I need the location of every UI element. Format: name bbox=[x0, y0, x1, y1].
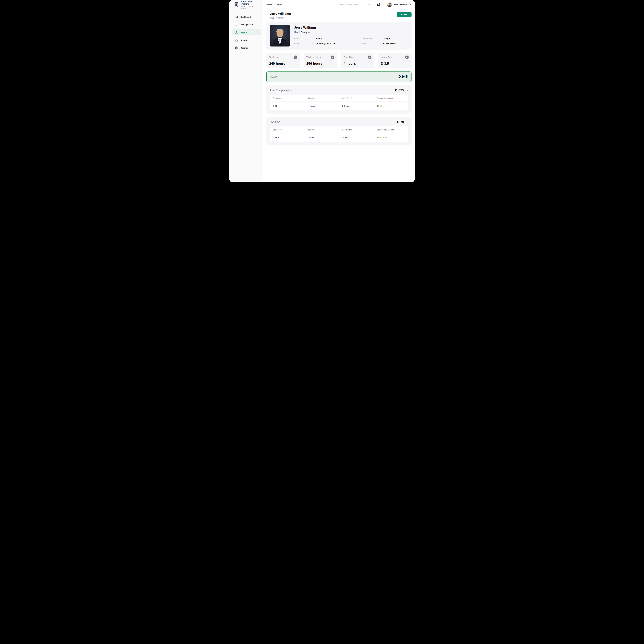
chevron-right-icon bbox=[273, 4, 274, 5]
table-cell: 1 hours bbox=[304, 133, 339, 142]
table-cell: 3.5 x 2 x 10 bbox=[374, 133, 408, 142]
clock-icon bbox=[368, 56, 371, 59]
dashboard-icon bbox=[235, 16, 238, 19]
field-label-phone: Phone bbox=[361, 43, 383, 45]
employee-id: EMP: #123456 bbox=[270, 17, 412, 19]
stat-value: 250 hours bbox=[306, 62, 334, 66]
sidebar-item-label: Manage Staff bbox=[240, 24, 253, 26]
compensation-table: Comp/Hour Hours/wk Hours/Month Comp x Ho… bbox=[270, 95, 408, 111]
clock-icon bbox=[294, 56, 297, 59]
brand-subtitle: Home of Computer Solutions bbox=[241, 6, 260, 9]
sidebar: Dashboard Manage Staff Payroll bbox=[229, 9, 263, 182]
brand-title: K.M.C Smart Tracking bbox=[241, 0, 260, 5]
field-value-status: Active bbox=[316, 38, 361, 40]
export-button[interactable]: Export bbox=[397, 12, 412, 17]
sidebar-item-settings[interactable]: Settings bbox=[232, 45, 261, 51]
search-box bbox=[337, 2, 373, 7]
breadcrumb-current[interactable]: Payroll bbox=[276, 4, 282, 6]
stat-card-over-time: Over Time 4 hours bbox=[341, 53, 374, 68]
brand-logo-icon bbox=[234, 2, 239, 7]
manage-staff-icon bbox=[235, 23, 238, 26]
settings-icon bbox=[235, 46, 238, 49]
table-header: Hours/wk bbox=[304, 95, 339, 101]
section-amount: D 70 bbox=[397, 120, 404, 124]
table-header: Comp x Hours/Month bbox=[374, 95, 408, 101]
table-row: D 3.5 40 hours 240 hours 3.5 x 240 bbox=[270, 101, 408, 111]
stat-label: Hourly Rate bbox=[381, 56, 392, 59]
table-row: D 3.5 x 2 1 hours 10 hours 3.5 x 2 x 10 bbox=[270, 133, 408, 142]
sidebar-item-label: Reports bbox=[240, 39, 248, 41]
sidebar-item-label: Dashboard bbox=[240, 16, 251, 18]
sidebar-item-manage-staff[interactable]: Manage Staff bbox=[232, 22, 261, 28]
field-value-phone: +1 234 23456 bbox=[383, 43, 406, 45]
user-name[interactable]: Jerry Williams bbox=[394, 4, 407, 6]
sidebar-item-reports[interactable]: Reports bbox=[232, 37, 261, 43]
table-cell: 10 hours bbox=[339, 133, 374, 142]
check-icon bbox=[331, 56, 334, 59]
sidebar-item-dashboard[interactable]: Dashboard bbox=[232, 14, 261, 20]
table-cell: 3.5 x 240 bbox=[374, 101, 408, 111]
table-header: Hours/Month bbox=[339, 126, 374, 133]
field-label-status: Status bbox=[294, 38, 316, 40]
table-header: Comp/Hour bbox=[270, 95, 304, 101]
stat-card-hourly-rate: Hourly Rate D 3.5 bbox=[378, 53, 412, 68]
salary-banner: Salary D 945 bbox=[266, 71, 412, 82]
chevron-down-icon[interactable] bbox=[406, 89, 408, 92]
sidebar-item-payroll[interactable]: Payroll bbox=[232, 29, 261, 35]
table-cell: D 3.5 x 2 bbox=[270, 133, 304, 142]
notification-bell-icon[interactable] bbox=[377, 3, 380, 6]
stat-label: Total Hours bbox=[269, 56, 280, 59]
user-avatar[interactable] bbox=[387, 2, 392, 7]
brand: K.M.C Smart Tracking Home of Computer So… bbox=[229, 0, 263, 9]
field-value-email: johndoe@email.com bbox=[316, 43, 361, 45]
profile-card: Jerry Williams UX/UI Designer Status Act… bbox=[266, 22, 412, 50]
stat-cards: Total Hours 240 hours Working Hours 250 … bbox=[266, 53, 412, 68]
field-label-department: Department bbox=[361, 38, 383, 40]
table-header: Hours/Month bbox=[339, 95, 374, 101]
table-cell: D 3.5 bbox=[270, 101, 304, 111]
salary-label: Salary bbox=[270, 75, 278, 78]
table-header: Comp x Hours/Month bbox=[374, 126, 408, 133]
check-icon bbox=[405, 56, 409, 59]
page-title: Jerry Williams bbox=[270, 12, 291, 16]
overtime-section: Overtime D 70 Comp/Hour Hours/wk Hours/M… bbox=[266, 117, 412, 145]
app-window: K.M.C Smart Tracking Home of Computer So… bbox=[229, 0, 415, 182]
table-cell: 40 hours bbox=[304, 101, 339, 111]
stat-label: Working Hours bbox=[306, 56, 321, 59]
stat-card-total-hours: Total Hours 240 hours bbox=[266, 53, 300, 68]
breadcrumb: Home Payroll bbox=[266, 4, 282, 6]
table-header: Hours/wk bbox=[304, 126, 339, 133]
stat-value: D 3.5 bbox=[381, 62, 409, 66]
field-label-email: Email bbox=[294, 43, 316, 45]
chevron-down-icon[interactable] bbox=[406, 121, 408, 123]
topbar-divider bbox=[384, 2, 384, 7]
back-button[interactable]: ‹ bbox=[266, 12, 268, 16]
overtime-table: Comp/Hour Hours/wk Hours/Month Comp x Ho… bbox=[270, 126, 408, 142]
table-cell: 240 hours bbox=[339, 101, 374, 111]
total-compensation-section: Total Compensation D 875 Comp/Hour Hours… bbox=[266, 85, 412, 114]
payroll-icon bbox=[235, 31, 238, 34]
sidebar-item-label: Settings bbox=[240, 47, 248, 49]
section-title: Overtime bbox=[270, 121, 280, 124]
profile-name: Jerry Williams bbox=[294, 26, 406, 29]
stat-card-working-hours: Working Hours 250 hours bbox=[304, 53, 337, 68]
field-value-department: Design bbox=[383, 38, 406, 40]
reports-icon bbox=[235, 39, 238, 42]
stat-value: 240 hours bbox=[269, 62, 297, 66]
sidebar-item-label: Payroll bbox=[241, 31, 247, 34]
table-header: Comp/Hour bbox=[270, 126, 304, 133]
stat-value: 4 hours bbox=[344, 62, 372, 66]
section-amount: D 875 bbox=[395, 88, 404, 92]
search-icon[interactable] bbox=[369, 3, 371, 6]
stat-label: Over Time bbox=[344, 56, 354, 59]
main-content: ‹ Jerry Williams EMP: #123456 Export bbox=[263, 9, 415, 182]
salary-value: D 945 bbox=[398, 75, 408, 79]
topbar: Home Payroll bbox=[263, 0, 415, 9]
profile-role: UX/UI Designer bbox=[294, 31, 406, 34]
section-title: Total Compensation bbox=[270, 89, 293, 92]
employee-photo bbox=[270, 25, 290, 46]
search-input[interactable] bbox=[339, 4, 369, 6]
chevron-down-icon[interactable] bbox=[410, 4, 412, 5]
breadcrumb-home[interactable]: Home bbox=[266, 4, 272, 6]
